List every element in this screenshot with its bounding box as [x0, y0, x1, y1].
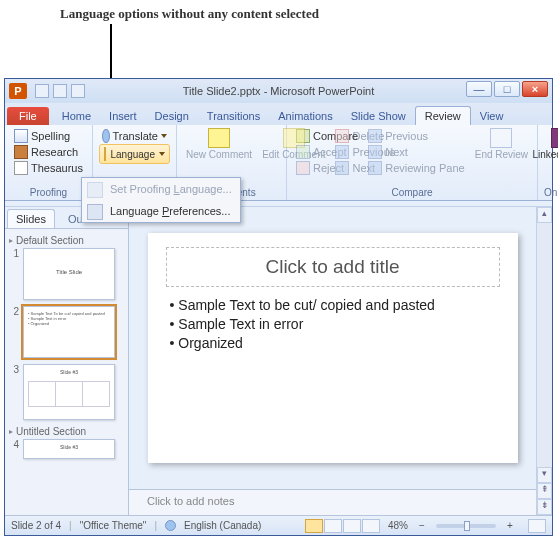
minimize-button[interactable]: —: [466, 81, 492, 97]
body-placeholder[interactable]: Sample Text to be cut/ copied and pasted…: [166, 297, 500, 351]
status-slide-number: Slide 2 of 4: [11, 520, 61, 531]
thumbnails-list[interactable]: Default Section 1 Title Slide 2 • Sample…: [5, 229, 128, 515]
language-status-icon: [165, 520, 176, 531]
onenote-icon: [551, 128, 558, 148]
title-placeholder[interactable]: Click to add title: [166, 247, 500, 287]
tab-design[interactable]: Design: [146, 107, 198, 125]
zoom-in-button[interactable]: +: [504, 520, 516, 531]
new-comment-icon: [208, 128, 230, 148]
end-review-button: End Review: [472, 148, 531, 161]
sorter-view-button[interactable]: [324, 519, 342, 533]
language-dropdown: Set Proofing Language... Language Prefer…: [81, 177, 241, 223]
thumb-row-3[interactable]: 3 Slide #3: [9, 364, 124, 420]
new-comment-button[interactable]: New Comment: [183, 148, 255, 161]
close-button[interactable]: ×: [522, 81, 548, 97]
language-preferences-icon: [87, 204, 103, 220]
thesaurus-icon: [14, 161, 28, 175]
accept-icon: [296, 145, 310, 159]
chevron-down-icon: [161, 134, 167, 138]
tab-review[interactable]: Review: [415, 106, 471, 125]
thesaurus-button[interactable]: Thesaurus: [11, 160, 86, 176]
chevron-down-icon: [159, 152, 165, 156]
reading-view-button[interactable]: [343, 519, 361, 533]
previous-icon: [368, 129, 382, 143]
quick-access-toolbar: [35, 84, 85, 98]
tab-slideshow[interactable]: Slide Show: [342, 107, 415, 125]
thumb-number: 3: [9, 364, 19, 375]
spelling-button[interactable]: Spelling: [11, 128, 86, 144]
zoom-slider[interactable]: [436, 524, 496, 528]
notes-pane[interactable]: Click to add notes: [129, 489, 536, 515]
normal-view-button[interactable]: [305, 519, 323, 533]
tab-slides-thumb[interactable]: Slides: [7, 209, 55, 228]
scroll-up-button[interactable]: ▴: [537, 207, 552, 223]
bullet-item[interactable]: Sample Text to be cut/ copied and pasted: [170, 297, 500, 313]
tab-view[interactable]: View: [471, 107, 513, 125]
slide-thumbnail-2[interactable]: • Sample Text To be cut/ copied and past…: [23, 306, 115, 358]
scroll-track[interactable]: [537, 223, 552, 467]
tab-insert[interactable]: Insert: [100, 107, 146, 125]
section-header-untitled[interactable]: Untitled Section: [9, 426, 124, 437]
end-review-icon: [490, 128, 512, 148]
tab-home[interactable]: Home: [53, 107, 100, 125]
zoom-out-button[interactable]: −: [416, 520, 428, 531]
thumb-number: 1: [9, 248, 19, 259]
zoom-slider-thumb[interactable]: [464, 521, 470, 531]
group-onenote-label: OneNote: [544, 187, 558, 198]
thumb-row-4[interactable]: 4 Slide #3: [9, 439, 124, 459]
slide-thumbnail-3[interactable]: Slide #3: [23, 364, 115, 420]
group-compare: Compare Accept Reject Previous Next Revi…: [287, 125, 538, 200]
window-title: Title Slide2.pptx - Microsoft PowerPoint: [183, 85, 375, 97]
thumb-row-2[interactable]: 2 • Sample Text To be cut/ copied and pa…: [9, 306, 124, 358]
slideshow-view-button[interactable]: [362, 519, 380, 533]
tab-file[interactable]: File: [7, 107, 49, 125]
slide-thumbnail-1[interactable]: Title Slide: [23, 248, 115, 300]
delete-icon: [335, 129, 349, 143]
tab-animations[interactable]: Animations: [269, 107, 341, 125]
prev-slide-button[interactable]: ⇞: [537, 483, 552, 499]
tab-transitions[interactable]: Transitions: [198, 107, 269, 125]
pane-icon: [368, 161, 382, 175]
thumb-number: 2: [9, 306, 19, 317]
status-theme: "Office Theme": [80, 520, 147, 531]
qat-save-icon[interactable]: [35, 84, 49, 98]
status-bar: Slide 2 of 4 | "Office Theme" | English …: [5, 515, 552, 535]
slide-canvas[interactable]: Click to add title Sample Text to be cut…: [129, 207, 536, 489]
compare-previous-button: Previous: [365, 128, 468, 144]
titlebar: P Title Slide2.pptx - Microsoft PowerPoi…: [5, 79, 552, 103]
zoom-level[interactable]: 48%: [388, 520, 408, 531]
bullet-item[interactable]: Organized: [170, 335, 500, 351]
thumb-row-1[interactable]: 1 Title Slide: [9, 248, 124, 300]
status-language[interactable]: English (Canada): [184, 520, 261, 531]
bullet-item[interactable]: Sample Text in error: [170, 316, 500, 332]
qat-undo-icon[interactable]: [53, 84, 67, 98]
qat-redo-icon[interactable]: [71, 84, 85, 98]
language-icon: [104, 147, 107, 161]
group-onenote: Linked Notes OneNote: [538, 125, 558, 200]
maximize-button[interactable]: □: [494, 81, 520, 97]
research-icon: [14, 145, 28, 159]
annotation-caption: Language options without any content sel…: [60, 6, 319, 22]
next-slide-button[interactable]: ⇟: [537, 499, 552, 515]
language-preferences-item[interactable]: Language Preferences...: [82, 200, 240, 222]
ribbon: Spelling Research Thesaurus Proofing Tra…: [5, 125, 552, 201]
translate-icon: [102, 129, 110, 143]
view-buttons: [305, 519, 380, 533]
previous-icon: [335, 145, 349, 159]
slide-thumbnail-4[interactable]: Slide #3: [23, 439, 115, 459]
app-icon: P: [9, 83, 27, 99]
research-button[interactable]: Research: [11, 144, 86, 160]
language-button[interactable]: Language: [99, 144, 170, 164]
scroll-down-button[interactable]: ▾: [537, 467, 552, 483]
current-slide[interactable]: Click to add title Sample Text to be cut…: [148, 233, 518, 463]
section-header-default[interactable]: Default Section: [9, 235, 124, 246]
linked-notes-button[interactable]: Linked Notes: [529, 148, 558, 161]
spelling-icon: [14, 129, 28, 143]
thumb-number: 4: [9, 439, 19, 450]
group-proofing-label: Proofing: [11, 187, 86, 198]
app-window: P Title Slide2.pptx - Microsoft PowerPoi…: [4, 78, 553, 536]
vertical-scrollbar[interactable]: ▴ ▾ ⇞ ⇟: [536, 207, 552, 515]
fit-to-window-button[interactable]: [528, 519, 546, 533]
thumbnails-pane: Slides Outline × Default Section 1 Title…: [5, 207, 129, 515]
translate-button[interactable]: Translate: [99, 128, 170, 144]
